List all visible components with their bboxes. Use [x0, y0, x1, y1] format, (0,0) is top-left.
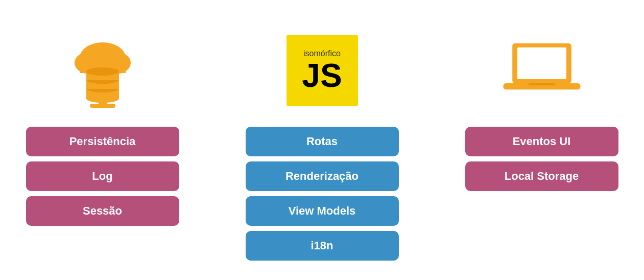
badge-renderizacao: Renderização [246, 161, 399, 191]
badge-rotas: Rotas [246, 127, 399, 156]
js-logo-main-text: JS [302, 59, 342, 92]
badge-sessao: Sessão [26, 196, 179, 226]
svg-point-10 [86, 67, 119, 76]
server-badges: Persistência Log Sessão [16, 127, 189, 226]
svg-rect-14 [517, 48, 566, 79]
badge-view-models: View Models [246, 196, 399, 226]
main-container: Persistência Log Sessão isomórfico JS Ro… [16, 9, 629, 271]
js-logo-icon: isomórfico JS [287, 19, 358, 122]
client-column: Eventos UI Local Storage [455, 19, 629, 191]
isomorphic-badges: Rotas Renderização View Models i18n [235, 127, 409, 261]
server-column: Persistência Log Sessão [16, 19, 189, 226]
badge-local-storage: Local Storage [465, 161, 618, 191]
cloud-db-icon [62, 19, 144, 122]
badge-i18n: i18n [246, 231, 399, 261]
svg-rect-12 [90, 104, 115, 108]
badge-persistencia: Persistência [26, 127, 179, 156]
isomorphic-column: isomórfico JS Rotas Renderização View Mo… [235, 19, 409, 261]
laptop-icon [501, 19, 583, 122]
badge-log: Log [26, 161, 179, 191]
client-badges: Eventos UI Local Storage [455, 127, 629, 191]
badge-eventos-ui: Eventos UI [465, 127, 618, 156]
svg-rect-16 [528, 83, 555, 85]
